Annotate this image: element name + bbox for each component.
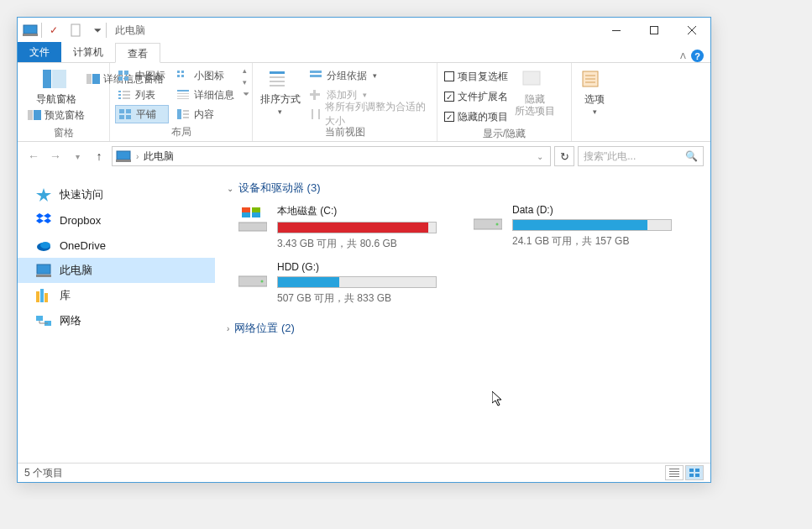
- close-button[interactable]: [673, 18, 710, 43]
- sort-button[interactable]: 排序方式 ▾: [259, 66, 301, 118]
- svg-rect-39: [270, 71, 285, 74]
- quick-access-toolbar: ✓ ⏷: [45, 22, 106, 39]
- drive-space-text: 3.43 GB 可用，共 80.6 GB: [277, 237, 447, 251]
- layout-scroll-down-icon[interactable]: ▾: [243, 78, 250, 86]
- drive-space-text: 24.1 GB 可用，共 157 GB: [512, 234, 682, 249]
- checkbox-item-checkboxes[interactable]: 项目复选框: [444, 68, 508, 85]
- layout-content[interactable]: 内容: [174, 105, 238, 123]
- nav-network[interactable]: 网络: [18, 308, 215, 333]
- forward-button: →: [46, 147, 65, 165]
- pc-icon: [36, 264, 51, 277]
- chevron-down-icon: ⌄: [227, 184, 233, 193]
- breadcrumb[interactable]: 此电脑: [144, 149, 174, 164]
- view-details-button[interactable]: [665, 465, 684, 480]
- svg-rect-81: [669, 469, 679, 469]
- maximize-button[interactable]: [635, 18, 673, 43]
- layout-tiles[interactable]: 平铺: [115, 105, 169, 123]
- svg-rect-38: [183, 117, 189, 118]
- address-dropdown-icon[interactable]: ⌄: [533, 152, 547, 161]
- drive-name: 本地磁盘 (C:): [277, 204, 447, 218]
- svg-rect-44: [310, 75, 322, 77]
- search-input[interactable]: 搜索"此电... 🔍: [578, 146, 704, 166]
- group-header-network[interactable]: › 网络位置 (2): [227, 321, 699, 336]
- ribbon-group-layout: 中图标 列表 平铺 小图标 详细信息 内容 ▴ ▾ ⏷ 布局: [110, 63, 253, 141]
- nav-libraries[interactable]: 库: [18, 283, 215, 308]
- drive-item[interactable]: Data (D:)24.1 GB 可用，共 157 GB: [472, 204, 682, 251]
- help-icon[interactable]: ?: [691, 50, 704, 62]
- layout-small-icons[interactable]: 小图标: [174, 66, 238, 85]
- breadcrumb-sep-icon[interactable]: ›: [136, 152, 139, 161]
- svg-rect-21: [123, 94, 130, 96]
- back-button[interactable]: ←: [24, 147, 43, 165]
- drive-usage-bar: [277, 276, 437, 288]
- svg-rect-65: [36, 291, 39, 302]
- svg-rect-63: [37, 264, 50, 274]
- svg-rect-85: [689, 469, 694, 472]
- svg-rect-46: [310, 93, 320, 96]
- svg-point-80: [261, 280, 264, 283]
- svg-rect-84: [669, 476, 679, 477]
- svg-rect-32: [177, 93, 189, 94]
- svg-rect-20: [123, 91, 130, 92]
- nav-dropbox[interactable]: Dropbox: [18, 207, 215, 233]
- group-label-layout: 布局: [110, 123, 252, 141]
- layout-more-icon[interactable]: ⏷: [243, 90, 250, 98]
- groupby-button[interactable]: 分组依据▾: [306, 66, 430, 85]
- drive-item[interactable]: 本地磁盘 (C:)3.43 GB 可用，共 80.6 GB: [237, 204, 447, 251]
- minimize-button[interactable]: [597, 18, 635, 43]
- minimize-ribbon-icon[interactable]: ᐱ: [680, 51, 686, 60]
- body: 快速访问 Dropbox OneDrive 此电脑 库 网络: [18, 170, 710, 463]
- svg-rect-31: [177, 90, 189, 92]
- svg-rect-28: [181, 71, 184, 73]
- svg-rect-8: [52, 70, 66, 88]
- star-icon: [36, 188, 51, 202]
- tab-view[interactable]: 查看: [115, 43, 160, 63]
- nav-this-pc[interactable]: 此电脑: [18, 258, 215, 283]
- layout-details[interactable]: 详细信息: [174, 86, 238, 104]
- recent-button[interactable]: ▾: [68, 147, 86, 165]
- nav-onedrive[interactable]: OneDrive: [18, 233, 215, 258]
- nav-pane-button[interactable]: 导航窗格: [36, 66, 76, 105]
- search-placeholder: 搜索"此电...: [584, 149, 636, 164]
- drive-icon: [237, 261, 269, 293]
- view-tiles-button[interactable]: [685, 465, 704, 480]
- svg-rect-47: [312, 109, 313, 119]
- svg-rect-37: [183, 113, 189, 115]
- qat-properties-icon[interactable]: ✓: [45, 22, 62, 39]
- layout-medium-icons[interactable]: 中图标: [115, 66, 169, 85]
- svg-rect-72: [238, 223, 267, 231]
- layout-list[interactable]: 列表: [115, 86, 169, 104]
- svg-rect-0: [24, 25, 37, 34]
- svg-rect-88: [695, 474, 699, 477]
- drives-list: 本地磁盘 (C:)3.43 GB 可用，共 80.6 GBData (D:)24…: [237, 204, 699, 306]
- ribbon-group-current-view: 排序方式 ▾ 分组依据▾ 添加列▾ 将所有列调整为合适的大小 当前视图: [253, 63, 437, 141]
- svg-rect-17: [118, 91, 121, 92]
- svg-rect-43: [310, 71, 322, 73]
- svg-rect-2: [71, 24, 80, 36]
- checkbox-file-extensions[interactable]: ✓文件扩展名: [444, 88, 508, 105]
- checkbox-hidden-items[interactable]: ✓隐藏的项目: [444, 108, 508, 125]
- up-button[interactable]: ↑: [90, 147, 108, 165]
- network-icon: [36, 314, 51, 327]
- drive-name: HDD (G:): [277, 261, 447, 273]
- ribbon-group-options: 选项▾: [572, 63, 617, 141]
- svg-rect-34: [177, 98, 189, 99]
- svg-rect-3: [612, 30, 621, 31]
- qat-dropdown-icon[interactable]: ⏷: [89, 22, 106, 39]
- address-box[interactable]: › 此电脑 ⌄: [112, 146, 551, 166]
- nav-quick-access[interactable]: 快速访问: [18, 182, 215, 207]
- qat-new-icon[interactable]: [67, 22, 84, 39]
- options-button[interactable]: 选项▾: [579, 66, 610, 118]
- search-icon: 🔍: [685, 150, 698, 162]
- svg-rect-9: [28, 110, 33, 120]
- tab-file[interactable]: 文件: [18, 42, 61, 62]
- drive-item[interactable]: HDD (G:)507 GB 可用，共 833 GB: [237, 261, 447, 306]
- svg-rect-10: [34, 110, 41, 120]
- refresh-button[interactable]: ↻: [554, 146, 574, 166]
- preview-pane-button[interactable]: 预览窗格: [24, 106, 88, 124]
- tab-computer[interactable]: 计算机: [61, 42, 115, 62]
- group-header-devices[interactable]: ⌄ 设备和驱动器 (3): [227, 181, 699, 196]
- svg-point-62: [40, 242, 50, 249]
- layout-scroll-up-icon[interactable]: ▴: [243, 66, 250, 75]
- onedrive-icon: [36, 238, 51, 252]
